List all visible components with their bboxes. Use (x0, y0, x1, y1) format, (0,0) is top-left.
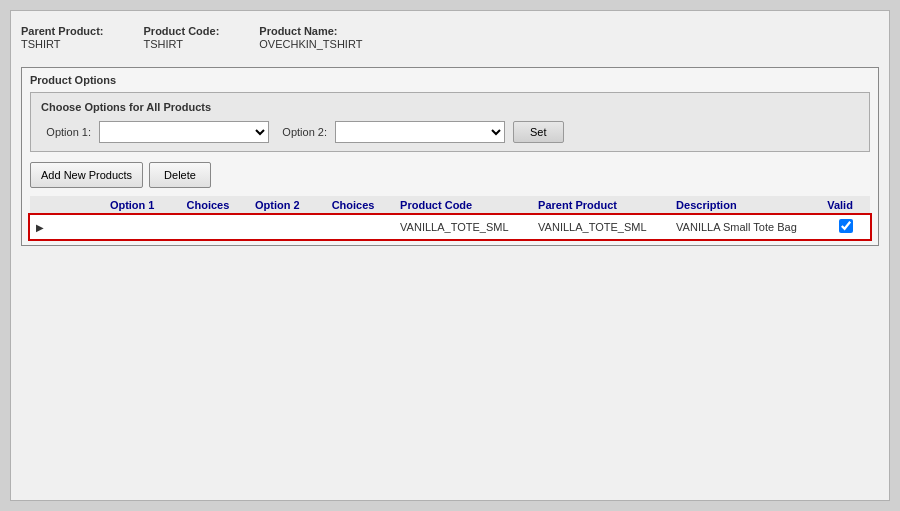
option2-select[interactable] (335, 121, 505, 143)
product-name-label: Product Name: (259, 25, 362, 37)
col-header-parentproduct: Parent Product (532, 196, 670, 215)
parent-product-label: Parent Product: (21, 25, 104, 37)
options-row: Option 1: Option 2: Set (41, 121, 859, 143)
choose-options-box: Choose Options for All Products Option 1… (30, 92, 870, 152)
col-header-option1 (30, 196, 104, 215)
main-panel: Parent Product: TSHIRT Product Code: TSH… (10, 10, 890, 501)
product-options-section: Product Options Choose Options for All P… (21, 67, 879, 246)
option1-select[interactable] (99, 121, 269, 143)
buttons-row: Add New Products Delete (30, 162, 870, 188)
product-code-label: Product Code: (144, 25, 220, 37)
col-header-option2: Option 2 (249, 196, 326, 215)
set-button[interactable]: Set (513, 121, 564, 143)
products-table: Option 1 Choices Option 2 Choices Produc… (30, 196, 870, 239)
table-row[interactable]: ▶VANILLA_TOTE_SMLVANILLA_TOTE_SMLVANILLA… (30, 215, 870, 240)
col-header-choices2: Choices (326, 196, 394, 215)
choose-options-title: Choose Options for All Products (41, 101, 859, 113)
col-header-productcode: Product Code (394, 196, 532, 215)
cell-choices1 (181, 215, 249, 240)
product-code-field: Product Code: TSHIRT (144, 25, 220, 51)
add-new-products-button[interactable]: Add New Products (30, 162, 143, 188)
cell-description: VANILLA Small Tote Bag (670, 215, 821, 240)
col-header-description: Description (670, 196, 821, 215)
product-options-title: Product Options (30, 74, 870, 86)
cell-parentproduct: VANILLA_TOTE_SML (532, 215, 670, 240)
col-header-option1-label: Option 1 (104, 196, 181, 215)
cell-option1 (104, 215, 181, 240)
col-header-choices1: Choices (181, 196, 249, 215)
header-info: Parent Product: TSHIRT Product Code: TSH… (21, 21, 879, 55)
table-header-row: Option 1 Choices Option 2 Choices Produc… (30, 196, 870, 215)
cell-valid[interactable] (821, 215, 870, 240)
cell-option2 (249, 215, 326, 240)
product-name-value: OVECHKIN_TSHIRT (259, 38, 362, 50)
option1-label: Option 1: (41, 126, 91, 138)
row-arrow: ▶ (30, 215, 104, 240)
cell-productcode: VANILLA_TOTE_SML (394, 215, 532, 240)
product-name-field: Product Name: OVECHKIN_TSHIRT (259, 25, 362, 51)
cell-choices2 (326, 215, 394, 240)
col-header-valid: Valid (821, 196, 870, 215)
option2-label: Option 2: (277, 126, 327, 138)
product-code-value: TSHIRT (144, 38, 184, 50)
delete-button[interactable]: Delete (149, 162, 211, 188)
parent-product-value: TSHIRT (21, 38, 61, 50)
valid-checkbox[interactable] (839, 219, 853, 233)
parent-product-field: Parent Product: TSHIRT (21, 25, 104, 51)
